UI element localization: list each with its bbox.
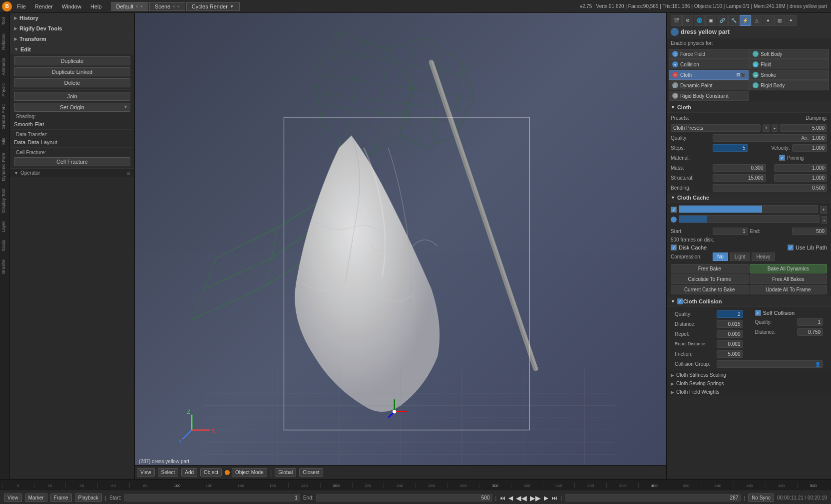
rigify-header[interactable]: ▶ Rigify Dev Tools: [10, 23, 134, 33]
stiffness-value2[interactable]: 1.000: [774, 174, 828, 182]
tab-add[interactable]: +: [140, 4, 143, 9]
menu-help[interactable]: Help: [86, 2, 106, 10]
duplicate-button[interactable]: Duplicate: [14, 56, 130, 65]
coll-quality-value[interactable]: 2: [717, 310, 743, 318]
current-cache-btn[interactable]: Current Cache to Bake: [671, 285, 749, 294]
flat-button[interactable]: Flat: [35, 121, 44, 127]
stiffness-value[interactable]: 1.000: [774, 164, 828, 172]
tl-no-sync[interactable]: No Sync: [748, 494, 774, 502]
join-button[interactable]: Join: [14, 92, 130, 101]
delete-button[interactable]: Delete: [14, 78, 130, 87]
cache-start-value[interactable]: 1: [713, 228, 748, 235]
rp-tab-object[interactable]: ▣: [705, 15, 716, 26]
add-button[interactable]: Add: [181, 468, 197, 477]
transform-header[interactable]: ▶ Transform: [10, 34, 134, 44]
side-tab-brush[interactable]: Brushe: [0, 255, 9, 278]
mode-label[interactable]: Object Mode: [232, 468, 267, 477]
quality-value[interactable]: Air: 1.000: [713, 134, 827, 142]
cell-fracture-button[interactable]: Cell Fracture: [14, 157, 130, 166]
view-button[interactable]: View: [137, 468, 155, 477]
collision-enable-checkbox[interactable]: [677, 298, 683, 304]
select-button[interactable]: Select: [158, 468, 179, 477]
coll-repeldist-value[interactable]: 0.001: [717, 340, 743, 348]
sc-distance-value[interactable]: 0.750: [797, 328, 824, 336]
data-layout-button[interactable]: Data Layout: [27, 139, 57, 145]
duplicate-linked-button[interactable]: Duplicate Linked: [14, 67, 130, 76]
tl-frame-btn[interactable]: Frame: [50, 494, 72, 502]
tl-next-frame[interactable]: ▶: [544, 495, 548, 502]
coll-distance-value[interactable]: 0.015: [717, 320, 743, 328]
object-button[interactable]: Object: [200, 468, 222, 477]
scene-tab-close[interactable]: ×: [172, 4, 175, 9]
snap-button[interactable]: Closest: [299, 468, 323, 477]
tab-default[interactable]: Default × +: [111, 2, 148, 11]
data-button[interactable]: Data: [14, 139, 25, 145]
bake-all-btn[interactable]: Bake All Dynamics: [750, 264, 828, 273]
side-tab-grease[interactable]: Grease Perc: [0, 100, 9, 134]
tl-current-frame[interactable]: 287: [565, 494, 741, 502]
viewport[interactable]: X Z Y (287) dress yellow part View: [135, 13, 666, 479]
set-origin-button[interactable]: Set Origin ▼: [14, 103, 130, 112]
compression-no[interactable]: No: [713, 252, 728, 261]
mass-value[interactable]: 0.300: [713, 164, 766, 172]
bending-value[interactable]: 0.500: [713, 184, 827, 192]
rp-tab-material[interactable]: ●: [763, 15, 774, 26]
rp-tab-world[interactable]: 🌐: [694, 15, 705, 26]
cache-sub-bar[interactable]: [679, 215, 820, 223]
edit-header[interactable]: ▼ Edit: [10, 44, 134, 54]
cloth-collision-title[interactable]: ▼ Cloth Collision: [667, 296, 831, 307]
collision-group-value[interactable]: 👤: [717, 360, 823, 368]
menu-render[interactable]: Render: [31, 2, 57, 10]
calc-to-frame-btn[interactable]: Calculate To Frame: [671, 274, 749, 284]
rp-tab-scene[interactable]: ⚙: [682, 15, 693, 26]
coll-friction-value[interactable]: 5.000: [717, 350, 743, 358]
disk-cache-checkbox[interactable]: [671, 245, 677, 251]
side-tab-dynamic[interactable]: Dynamic Pore: [0, 149, 9, 185]
rp-tab-modifiers[interactable]: 🔧: [728, 15, 739, 26]
cache-add[interactable]: +: [820, 206, 827, 214]
rp-tab-physics[interactable]: ⚡: [740, 15, 751, 26]
scene-tab-add[interactable]: +: [177, 4, 179, 9]
rp-tab-particles[interactable]: ✦: [786, 15, 797, 26]
tl-playback-btn[interactable]: Playback: [75, 494, 102, 502]
compression-light[interactable]: Light: [730, 252, 750, 261]
cloth-btn[interactable]: ✕ Cloth 🖼🎥: [669, 70, 749, 80]
tl-prev-frame[interactable]: ◀: [508, 495, 513, 502]
rp-tab-constraints[interactable]: 🔗: [717, 15, 728, 26]
rp-tab-data[interactable]: △: [751, 15, 762, 26]
side-tab-animation[interactable]: Animatio: [0, 54, 9, 79]
smoke-btn[interactable]: ☁ Smoke: [749, 70, 829, 80]
update-all-frame-btn[interactable]: Update All To Frame: [750, 285, 828, 294]
steps-value[interactable]: 5: [713, 144, 748, 152]
history-header[interactable]: ▶ History: [10, 13, 134, 23]
menu-file[interactable]: File: [13, 2, 30, 10]
free-bake-btn[interactable]: Free Bake: [671, 264, 749, 273]
rp-tab-texture[interactable]: ▥: [774, 15, 785, 26]
smooth-button[interactable]: Smooth: [14, 121, 33, 127]
mode-selector[interactable]: Object Mode: [225, 468, 267, 477]
tl-skip-end[interactable]: ⏭: [551, 495, 557, 502]
rigid-body-constraint-btn[interactable]: ⛓ Rigid Body Constraint: [669, 91, 749, 101]
coll-repel-value[interactable]: 0.000: [717, 330, 743, 338]
tl-play[interactable]: ▶▶: [530, 494, 541, 502]
cloth-section-title[interactable]: ▼ Cloth: [667, 102, 831, 113]
tab-render[interactable]: Cycles Render ▼: [186, 2, 240, 11]
cloth-presets-value[interactable]: Cloth Presets: [671, 124, 761, 132]
side-tab-sculp[interactable]: Sculp: [0, 236, 9, 255]
cloth-cache-title[interactable]: ▼ Cloth Cache: [667, 193, 831, 203]
side-tab-tool[interactable]: Tool: [0, 13, 9, 29]
free-all-bakes-btn[interactable]: Free All Bakes: [750, 274, 828, 284]
timeline-track[interactable]: 0 20 40 60 80 100 120 140 160 180 200 22…: [0, 480, 831, 491]
fluid-btn[interactable]: 💧 Fluid: [749, 59, 829, 69]
pinning-checkbox[interactable]: [779, 155, 785, 161]
soft-body-btn[interactable]: ○ Soft Body: [749, 49, 829, 59]
menu-window[interactable]: Window: [58, 2, 85, 10]
tl-end-value[interactable]: 500: [316, 494, 492, 502]
self-collision-checkbox[interactable]: [755, 310, 761, 316]
side-tab-display[interactable]: Display Tool: [0, 185, 9, 217]
collision-btn[interactable]: ● Collision: [669, 59, 749, 69]
cloth-field-header[interactable]: ▶ Cloth Field Weights: [667, 388, 831, 396]
tab-close[interactable]: ×: [135, 4, 138, 9]
cloth-stiffness-header[interactable]: ▶ Cloth Stiffness Scaling: [667, 371, 831, 379]
force-field-btn[interactable]: ◎ Force Field: [669, 49, 749, 59]
